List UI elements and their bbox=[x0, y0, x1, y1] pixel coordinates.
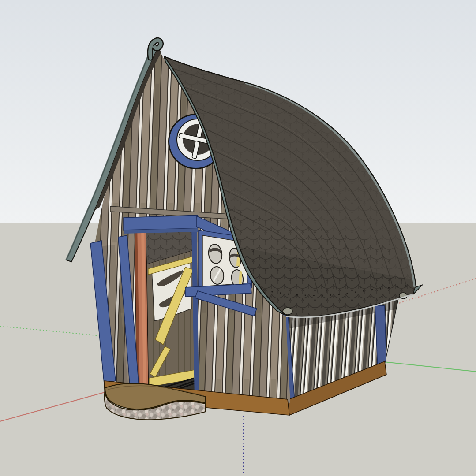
scene-canvas bbox=[0, 0, 476, 476]
door-header-beam bbox=[124, 215, 198, 230]
3d-viewport[interactable] bbox=[0, 0, 476, 476]
eave-end-lug-front bbox=[283, 308, 292, 315]
door-interior bbox=[146, 223, 201, 400]
